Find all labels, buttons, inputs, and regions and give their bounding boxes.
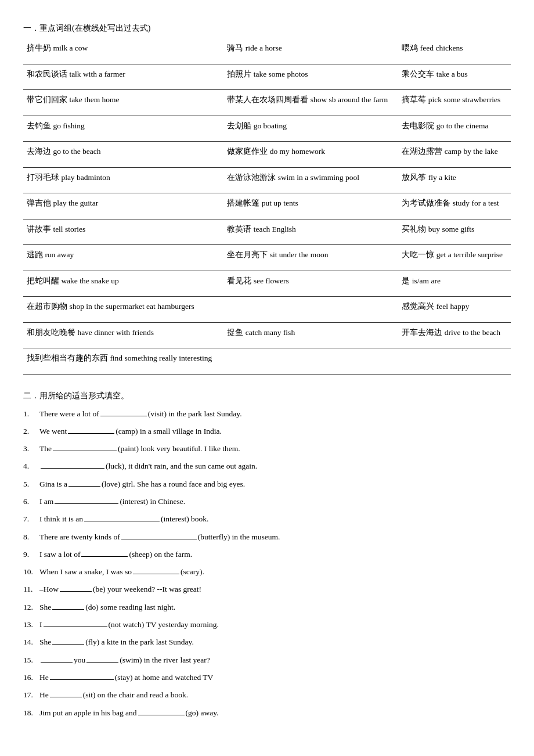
vocab-line-r9-c0[interactable] [23, 286, 223, 297]
vocab-line-r6-c1[interactable] [223, 208, 398, 219]
fill-item-12: 12.She (do) some reading last night. [23, 600, 511, 614]
vocab-text-r5-c0: 打羽毛球 play badminton [23, 167, 223, 183]
fill-blank-1[interactable] [100, 407, 147, 416]
fill-item-3: 3.The (paint) look very beautiful. I lik… [23, 442, 511, 456]
vocab-text-r4-c2: 在湖边露营 camp by the lake [398, 142, 511, 157]
vocab-line-r11-c1[interactable] [223, 338, 398, 348]
vocab-text-r4-c1: 做家庭作业 do my homework [223, 142, 398, 157]
vocab-line-r4-c2[interactable] [398, 157, 511, 167]
fill-num-11: 11. [23, 582, 39, 596]
fill-blank-2[interactable] [68, 424, 114, 434]
fill-blank-10[interactable] [133, 565, 179, 574]
vocab-text-r7-c0: 讲故事 tell stories [23, 219, 223, 235]
fill-after-12: (do) some reading last night. [85, 600, 175, 614]
fill-blank-4[interactable] [41, 459, 104, 469]
vocab-line-r10-c0[interactable] [23, 312, 223, 322]
vocab-text-r3-c2: 去电影院 go to the cinema [398, 116, 511, 131]
vocab-text-r8-c0: 逃跑 run away [23, 245, 223, 261]
fill-blank-7[interactable] [84, 512, 160, 521]
fill-blank-18[interactable] [138, 706, 185, 715]
fill-num-8: 8. [23, 530, 39, 544]
vocab-text-r9-c1: 看见花 see flowers [223, 271, 398, 286]
vocab-line-r12-c2[interactable] [398, 363, 511, 374]
fill-item-7: 7.I think it is an (interest) book. [23, 512, 511, 526]
fill-before-12: She [39, 600, 51, 614]
vocab-line-r5-c2[interactable] [398, 183, 511, 193]
vocab-line-r2-c0[interactable] [23, 105, 223, 116]
vocab-line-r9-c2[interactable] [398, 286, 511, 297]
fill-after-16: (stay) at home and watched TV [115, 671, 214, 685]
fill-after-17: (sit) on the chair and read a book. [83, 688, 188, 702]
vocab-line-r8-c2[interactable] [398, 260, 511, 271]
fill-num-18: 18. [23, 706, 39, 720]
vocab-line-r1-c0[interactable] [23, 80, 223, 90]
fill-blank-11[interactable] [60, 582, 92, 592]
vocab-line-r4-c0[interactable] [23, 157, 223, 167]
vocab-line-r7-c1[interactable] [223, 235, 398, 245]
vocab-line-r9-c1[interactable] [223, 286, 398, 297]
vocab-line-r3-c1[interactable] [223, 131, 398, 142]
vocab-text-r11-c2: 开车去海边 drive to the beach [398, 322, 511, 338]
fill-blank-13[interactable] [44, 618, 107, 627]
fill-blank2-15[interactable] [86, 653, 118, 663]
vocab-line-r3-c0[interactable] [23, 131, 223, 142]
vocab-line-r8-c1[interactable] [223, 260, 398, 271]
fill-after-9: (sheep) on the farm. [129, 548, 192, 561]
fill-item-6: 6.I am (interest) in Chinese. [23, 495, 511, 509]
vocab-line-r1-c1[interactable] [223, 80, 398, 90]
vocab-line-r0-c1[interactable] [223, 53, 398, 64]
vocab-line-r11-c0[interactable] [23, 338, 223, 348]
vocab-section: 挤牛奶 milk a cow骑马 ride a horse喂鸡 feed chi… [23, 38, 511, 375]
fill-blank-8[interactable] [121, 530, 197, 539]
fill-num-10: 10. [23, 565, 39, 579]
vocab-line-r5-c0[interactable] [23, 183, 223, 193]
vocab-line-r2-c1[interactable] [223, 105, 398, 116]
fill-after-14: (fly) a kite in the park last Sunday. [85, 635, 194, 649]
fill-blank-14[interactable] [52, 635, 84, 645]
vocab-line-r8-c0[interactable] [23, 260, 223, 271]
fill-item-5: 5.Gina is a (love) girl. She has a round… [23, 477, 511, 491]
vocab-text-r1-c1: 拍照片 take some photos [223, 64, 398, 80]
vocab-line-r1-c2[interactable] [398, 80, 511, 90]
fill-blank-17[interactable] [50, 688, 82, 697]
fill-num-13: 13. [23, 618, 39, 632]
fill-before-2: We went [39, 424, 67, 438]
vocab-line-r6-c2[interactable] [398, 208, 511, 219]
vocab-line-r10-c2[interactable] [398, 312, 511, 322]
vocab-line-r5-c1[interactable] [223, 183, 398, 193]
vocab-line-r7-c0[interactable] [23, 235, 223, 245]
vocab-text-r7-c1: 教英语 teach English [223, 219, 398, 235]
vocab-text-r8-c1: 坐在月亮下 sit under the moon [223, 245, 398, 261]
fill-blank-9[interactable] [81, 548, 128, 557]
vocab-line-r12-c0[interactable] [23, 363, 223, 374]
fill-before-9: I saw a lot of [39, 548, 80, 561]
vocab-line-r0-c2[interactable] [398, 53, 511, 64]
vocab-line-r2-c2[interactable] [398, 105, 511, 116]
fill-item-10: 10.When I saw a snake, I was so (scary). [23, 565, 511, 579]
vocab-line-r7-c2[interactable] [398, 235, 511, 245]
vocab-text-r2-c1: 带某人在农场四周看看 show sb around the farm [223, 90, 398, 106]
fill-blank-6[interactable] [55, 495, 118, 504]
fill-item-14: 14.She (fly) a kite in the park last Sun… [23, 635, 511, 649]
vocab-line-r12-c1[interactable] [223, 363, 398, 374]
fill-blank-15[interactable] [41, 653, 73, 663]
vocab-line-r6-c0[interactable] [23, 208, 223, 219]
fill-item-17: 17.He (sit) on the chair and read a book… [23, 688, 511, 702]
vocab-text-r6-c2: 为考试做准备 study for a test [398, 193, 511, 209]
vocab-text-r12-c1 [223, 348, 398, 364]
fill-before-5: Gina is a [39, 477, 67, 491]
fill-blank-16[interactable] [50, 671, 114, 680]
fill-after2-15: you [74, 653, 85, 667]
vocab-line-r10-c1[interactable] [223, 312, 398, 322]
vocab-text-r0-c1: 骑马 ride a horse [223, 38, 398, 53]
vocab-line-r0-c0[interactable] [23, 53, 223, 64]
fill-blank-5[interactable] [68, 477, 100, 487]
vocab-line-r3-c2[interactable] [398, 131, 511, 142]
vocab-line-r11-c2[interactable] [398, 338, 511, 348]
fill-blank-12[interactable] [52, 600, 84, 610]
section2-title: 二．用所给的适当形式填空。 [23, 391, 511, 401]
fill-blank-3[interactable] [53, 442, 117, 451]
vocab-line-r4-c1[interactable] [223, 157, 398, 167]
fill-before-18: Jim put an apple in his bag and [39, 706, 137, 720]
fill-num-14: 14. [23, 635, 39, 649]
